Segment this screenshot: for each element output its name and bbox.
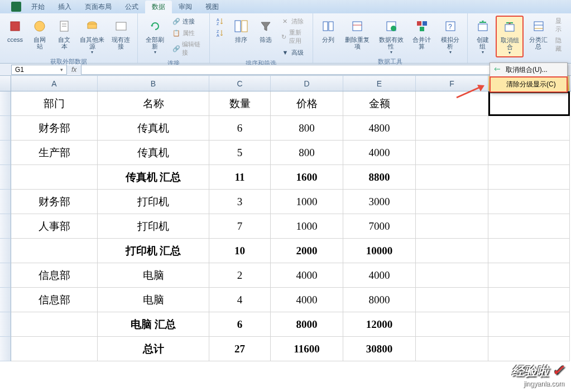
ungroup-button[interactable]: 取消组合 ▾: [496, 16, 524, 57]
tab-home[interactable]: 开始: [25, 1, 51, 13]
connections-link[interactable]: 🔗连接: [170, 16, 205, 27]
advanced-link[interactable]: ▼高级: [279, 47, 309, 58]
column-header-b[interactable]: B: [98, 76, 209, 91]
cell[interactable]: [416, 91, 488, 116]
cell[interactable]: 4: [209, 288, 271, 312]
cell[interactable]: 2: [209, 263, 271, 288]
clear-outline-menu-item[interactable]: 清除分级显示(C): [490, 76, 568, 93]
cell[interactable]: [416, 116, 488, 141]
cell[interactable]: 数量: [209, 91, 271, 116]
tab-layout[interactable]: 页面布局: [78, 1, 118, 13]
cell[interactable]: [488, 141, 570, 165]
cell[interactable]: 7: [209, 214, 271, 239]
reapply-link[interactable]: ↻重新应用: [279, 27, 309, 46]
fx-label[interactable]: fx: [71, 66, 76, 74]
sort-desc-button[interactable]: ZA: [213, 27, 228, 38]
cell[interactable]: 8000: [343, 288, 416, 312]
column-header-e[interactable]: E: [343, 76, 416, 91]
tab-review[interactable]: 审阅: [172, 1, 199, 13]
cell[interactable]: 人事部: [11, 214, 98, 239]
show-detail-link[interactable]: 显示: [553, 16, 568, 35]
text-to-columns-button[interactable]: 分列: [316, 16, 340, 45]
cell[interactable]: [488, 288, 570, 312]
column-header-f[interactable]: F: [416, 76, 488, 91]
cell[interactable]: [488, 116, 570, 141]
selected-cell[interactable]: [488, 91, 570, 116]
cell[interactable]: 1000: [271, 214, 343, 239]
cell[interactable]: 4800: [343, 116, 416, 141]
cell[interactable]: 1000: [271, 190, 343, 214]
cell[interactable]: 打印机: [98, 190, 209, 214]
cell[interactable]: 电脑: [98, 263, 209, 288]
cell[interactable]: 信息部: [11, 288, 98, 312]
what-if-button[interactable]: ? 模拟分析 ▾: [436, 16, 464, 56]
cell[interactable]: 3: [209, 190, 271, 214]
tab-formula[interactable]: 公式: [118, 1, 145, 13]
tab-data[interactable]: 数据: [145, 1, 172, 13]
sort-button[interactable]: 排序: [229, 16, 253, 45]
cell[interactable]: [488, 214, 570, 239]
cell[interactable]: 5: [209, 141, 271, 165]
cell[interactable]: [488, 337, 570, 361]
name-box[interactable]: G1 ▾: [11, 65, 67, 75]
cell[interactable]: [416, 288, 488, 312]
cell[interactable]: 12000: [343, 312, 416, 337]
sort-asc-button[interactable]: AZ: [213, 16, 228, 27]
cell[interactable]: 6: [209, 312, 271, 337]
row-header[interactable]: [0, 239, 11, 263]
cell[interactable]: [416, 263, 488, 288]
row-header[interactable]: [0, 165, 11, 190]
row-header[interactable]: [0, 337, 11, 361]
cell[interactable]: 传真机 汇总: [98, 165, 209, 190]
cell[interactable]: 11600: [271, 337, 343, 361]
cell[interactable]: 金额: [343, 91, 416, 116]
cell[interactable]: 总计: [98, 337, 209, 361]
cell[interactable]: 10000: [343, 239, 416, 263]
cell[interactable]: [416, 337, 488, 361]
cell[interactable]: [416, 141, 488, 165]
cell[interactable]: 部门: [11, 91, 98, 116]
cell[interactable]: [416, 190, 488, 214]
cell[interactable]: 名称: [98, 91, 209, 116]
row-header[interactable]: [0, 91, 11, 116]
cell[interactable]: 10: [209, 239, 271, 263]
cell[interactable]: 8000: [271, 312, 343, 337]
cell[interactable]: 财务部: [11, 190, 98, 214]
cell[interactable]: 电脑: [98, 288, 209, 312]
row-header[interactable]: [0, 116, 11, 141]
row-header[interactable]: [0, 214, 11, 239]
from-web-button[interactable]: 自网站: [28, 16, 51, 51]
cell[interactable]: 生产部: [11, 141, 98, 165]
cell[interactable]: [488, 165, 570, 190]
cell[interactable]: 打印机 汇总: [98, 239, 209, 263]
cell[interactable]: 价格: [271, 91, 343, 116]
filter-button[interactable]: 筛选: [254, 16, 277, 45]
cell[interactable]: 4000: [343, 263, 416, 288]
cell[interactable]: 7000: [343, 214, 416, 239]
row-header[interactable]: [0, 190, 11, 214]
cell[interactable]: 11: [209, 165, 271, 190]
row-header[interactable]: [0, 141, 11, 165]
group-button[interactable]: 创建组 ▾: [471, 16, 495, 56]
subtotal-button[interactable]: 分类汇总: [525, 16, 551, 51]
consolidate-button[interactable]: 合并计算: [409, 16, 436, 51]
cell[interactable]: 财务部: [11, 116, 98, 141]
row-header[interactable]: [0, 312, 11, 337]
remove-duplicates-button[interactable]: 删除重复项: [341, 16, 373, 51]
cell[interactable]: [11, 337, 98, 361]
cell[interactable]: 1600: [271, 165, 343, 190]
cell[interactable]: [488, 312, 570, 337]
cell[interactable]: 传真机: [98, 116, 209, 141]
cell[interactable]: 4000: [271, 288, 343, 312]
cell[interactable]: 800: [271, 141, 343, 165]
cell[interactable]: [416, 312, 488, 337]
cell[interactable]: 3000: [343, 190, 416, 214]
cell[interactable]: 传真机: [98, 141, 209, 165]
row-header[interactable]: [0, 263, 11, 288]
cell[interactable]: [488, 190, 570, 214]
cell[interactable]: [488, 263, 570, 288]
cell[interactable]: 2000: [271, 239, 343, 263]
cell[interactable]: [416, 165, 488, 190]
cell[interactable]: 信息部: [11, 263, 98, 288]
tab-view[interactable]: 视图: [199, 1, 225, 13]
